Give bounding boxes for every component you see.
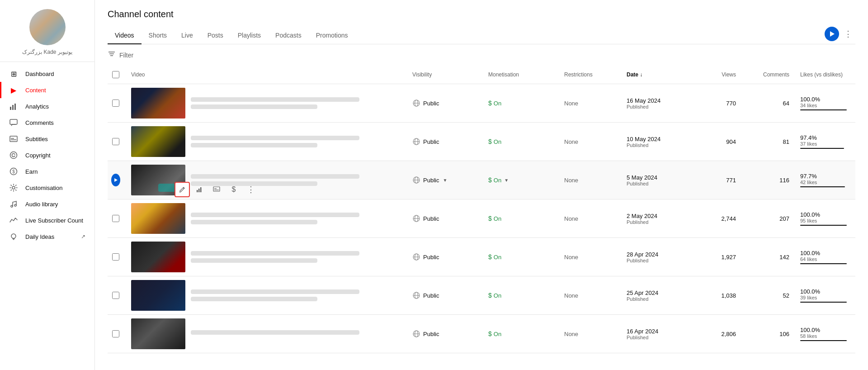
restrictions-cell: None — [561, 213, 619, 224]
more-options-button[interactable]: ⋮ — [841, 27, 855, 41]
analytics-icon — [9, 102, 18, 111]
row-select-checkbox[interactable] — [112, 100, 119, 107]
likes-count: 39 likes — [800, 295, 852, 300]
date-cell: 10 May 2024 Published — [623, 134, 691, 150]
monetisation-cell: $ On — [485, 213, 557, 224]
sidebar-item-analytics[interactable]: Analytics — [0, 98, 94, 114]
tab-live[interactable]: Live — [174, 27, 200, 44]
sidebar-item-content[interactable]: ▶ Content — [0, 82, 94, 98]
play-icon-button[interactable] — [825, 27, 839, 41]
video-table: Video Visibility Monetisation Restrictio… — [108, 66, 855, 353]
video-title-placeholder — [191, 213, 359, 217]
subtitles-icon — [9, 134, 18, 143]
likes-bar — [800, 263, 847, 264]
table-row: Public $ On None 10 May 2024 Published 9… — [108, 123, 855, 161]
visibility-cell: Public — [409, 289, 481, 301]
svg-rect-2 — [14, 104, 16, 110]
likes-pct: 100.0% — [800, 211, 852, 218]
header-video-col: Video — [127, 70, 405, 80]
likes-count: 34 likes — [800, 103, 852, 108]
likes-count: 64 likes — [800, 256, 852, 262]
monetisation-cell: $ On — [485, 290, 557, 301]
monetisation-value: On — [494, 100, 501, 107]
date-cell: 5 May 2024 Published — [623, 172, 691, 188]
dollar-icon: $ — [488, 138, 492, 145]
row-checkbox — [108, 98, 124, 109]
tab-posts[interactable]: Posts — [200, 27, 231, 44]
svg-marker-14 — [830, 31, 835, 37]
views-cell: 771 — [694, 175, 740, 185]
video-info — [191, 213, 401, 224]
analytics-button[interactable] — [192, 182, 207, 197]
select-all-checkbox[interactable] — [112, 71, 119, 78]
filter-icon[interactable] — [108, 50, 116, 60]
svg-rect-1 — [12, 105, 14, 110]
sidebar-item-dashboard[interactable]: ⊞ Dashboard — [0, 66, 94, 82]
visibility-cell: Public — [409, 251, 481, 263]
comments-cell: 142 — [743, 252, 793, 262]
row-select-checkbox[interactable] — [112, 330, 119, 337]
visibility-dropdown-arrow[interactable]: ▼ — [443, 178, 447, 183]
sidebar-item-label: Live Subscriber Count — [25, 217, 83, 224]
visibility-value: Public — [423, 177, 439, 184]
sidebar-item-customisation[interactable]: Customisation — [0, 180, 94, 196]
row-select-checkbox[interactable] — [112, 215, 119, 222]
likes-cell: 100.0% 58 likes — [797, 325, 855, 343]
tabs-bar: Videos Shorts Live Posts Playlists Podca… — [108, 27, 855, 44]
live-subscriber-icon — [9, 216, 18, 225]
sidebar-item-copyright[interactable]: Copyright — [0, 147, 94, 163]
date-sub: Published — [627, 142, 687, 148]
likes-pct: 100.0% — [800, 250, 852, 256]
monetisation-dropdown-arrow[interactable]: ▼ — [504, 178, 509, 183]
likes-cell: 100.0% 39 likes — [797, 286, 855, 304]
date-cell: 25 Apr 2024 Published — [623, 288, 691, 304]
visibility-value: Public — [423, 100, 439, 107]
edit-video-button[interactable] — [175, 182, 190, 197]
row-select-checkbox[interactable] — [112, 292, 119, 299]
likes-cell: 100.0% 34 likes — [797, 94, 855, 112]
sidebar-item-daily-ideas[interactable]: Daily Ideas ↗ — [0, 228, 94, 245]
tab-playlists[interactable]: Playlists — [231, 27, 268, 44]
restrictions-cell: None — [561, 290, 619, 301]
content-icon: ▶ — [9, 85, 18, 95]
monetisation-cell: $ On — [485, 98, 557, 109]
likes-count: 37 likes — [800, 141, 852, 147]
tab-videos[interactable]: Videos — [108, 27, 142, 44]
sidebar-item-subtitles[interactable]: Subtitles — [0, 131, 94, 147]
monetisation-button[interactable]: $ — [226, 182, 241, 197]
visibility-value: Public — [423, 292, 439, 299]
video-info — [191, 330, 401, 337]
svg-rect-31 — [200, 187, 202, 192]
sidebar-item-earn[interactable]: $ Earn — [0, 163, 94, 180]
visibility-value: Public — [423, 254, 439, 261]
comments-cell: 106 — [743, 329, 793, 339]
table-row: Public $ On None 16 May 2024 Published 7… — [108, 84, 855, 123]
likes-cell: 100.0% 95 likes — [797, 209, 855, 228]
subtitles-button[interactable] — [209, 182, 224, 197]
row-select-checkbox[interactable] — [112, 138, 119, 145]
row-checkbox — [108, 251, 124, 262]
sidebar-item-audio-library[interactable]: Audio library — [0, 196, 94, 212]
video-info — [191, 97, 401, 109]
tab-podcasts[interactable]: Podcasts — [268, 27, 309, 44]
monetisation-value: On — [494, 177, 501, 184]
restrictions-cell: None — [561, 98, 619, 109]
sidebar-item-live-subscriber-count[interactable]: Live Subscriber Count — [0, 212, 94, 228]
header-date-col[interactable]: Date ↓ — [623, 70, 691, 80]
svg-rect-32 — [213, 187, 220, 191]
tab-promotions[interactable]: Promotions — [309, 27, 355, 44]
earn-icon: $ — [9, 167, 18, 176]
row-select-checkbox[interactable] — [112, 253, 119, 261]
more-options-row-button[interactable]: ⋮ — [243, 182, 259, 197]
likes-pct: 100.0% — [800, 96, 852, 103]
sidebar-item-comments[interactable]: Comments — [0, 114, 94, 131]
sidebar-item-label: Copyright — [25, 152, 51, 159]
views-cell: 2,744 — [694, 213, 740, 224]
video-title-placeholder — [191, 289, 359, 294]
tab-shorts[interactable]: Shorts — [142, 27, 174, 44]
svg-text:$: $ — [12, 169, 15, 174]
date-cell: 16 May 2024 Published — [623, 95, 691, 111]
row-play-button[interactable] — [111, 174, 120, 186]
svg-rect-29 — [197, 190, 198, 192]
external-link-icon: ↗ — [81, 233, 85, 240]
